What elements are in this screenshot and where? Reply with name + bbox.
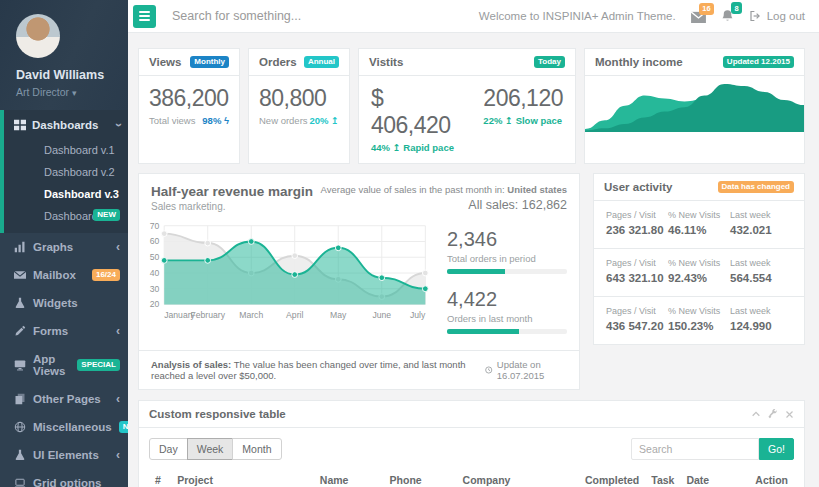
orders-change: 20% ↥: [309, 115, 339, 126]
laptop-icon: [14, 477, 26, 487]
new-badge: NEW: [119, 421, 128, 433]
orders-month-label: Orders in last month: [447, 313, 567, 324]
visits-stat-1: $ 406,420 44% ↥ Rapid pace: [371, 85, 457, 153]
sidebar-item-dashboard-v3[interactable]: Dashboard v.3: [4, 183, 128, 205]
card-title: Orders: [259, 56, 297, 68]
desktop-icon: [14, 359, 26, 371]
sidebar-group-dashboards: Dashboards ‹ Dashboard v.1 Dashboard v.2…: [0, 110, 128, 233]
panel-subtitle: Sales marketing.: [151, 201, 313, 212]
sidebar-item-mailbox[interactable]: Mailbox16/24: [0, 261, 128, 289]
level-up-icon: ↥: [331, 115, 339, 126]
settings-button[interactable]: [768, 409, 778, 419]
globe-icon: [14, 421, 26, 433]
chevron-up-icon: [751, 409, 761, 419]
avatar[interactable]: [16, 14, 60, 58]
orders-period-value: 2,346: [447, 228, 567, 251]
progress-bar: [447, 329, 567, 334]
sidebar-item-dashboards[interactable]: Dashboards ‹: [4, 110, 128, 139]
page-content: ViewsMonthly 386,200 Total views98% ϟ Or…: [128, 33, 819, 487]
sidebar-item-widgets[interactable]: Widgets: [0, 289, 128, 317]
activity-row: Pages / Visit236 321.80 % New Visits46.1…: [594, 201, 804, 249]
panel-title: Custom responsive table: [149, 408, 286, 420]
card-title: Monthly income: [595, 56, 683, 68]
sidebar-item-other-pages[interactable]: Other Pages‹: [0, 385, 128, 413]
svg-text:20: 20: [150, 299, 160, 309]
col-completed: Completed: [579, 469, 645, 487]
orders-label: New orders: [259, 115, 308, 126]
card-title: Views: [149, 56, 181, 68]
sidebar-toggle-button[interactable]: [133, 5, 156, 28]
visits-stat-2: 206,120 22% ↥ Slow pace: [483, 85, 563, 153]
mailbox-count-badge: 16/24: [92, 269, 120, 281]
range-filter-group: Day Week Month: [149, 438, 282, 460]
revenue-chart-area: 706050403020JanuaryFebruaryMarchAprilMay…: [145, 220, 433, 348]
views-card: ViewsMonthly 386,200 Total views98% ϟ: [138, 48, 240, 164]
col-action: Action: [749, 469, 794, 487]
messages-button[interactable]: 16: [691, 10, 706, 23]
bolt-icon: ϟ: [224, 115, 229, 126]
notifications-button[interactable]: 8: [721, 9, 734, 23]
sidebar-item-miscellaneous[interactable]: MiscellaneousNEW: [0, 413, 128, 441]
go-button[interactable]: Go!: [759, 438, 794, 460]
sidebar-item-graphs[interactable]: Graphs‹: [0, 233, 128, 261]
activity-row: Pages / Visit436 547.20 % New Visits150.…: [594, 297, 804, 344]
sidebar-item-dashboard-v1[interactable]: Dashboard v.1: [4, 139, 128, 161]
th-large-icon: [14, 119, 26, 131]
col-date: Date: [680, 469, 749, 487]
sidebar-item-dashboard-v2[interactable]: Dashboard v.2: [4, 161, 128, 183]
custom-table-panel: Custom responsive table Day Week Month G…: [138, 400, 805, 487]
chevron-down-icon: ‹: [112, 123, 124, 127]
monthly-income-chart: [585, 76, 804, 132]
stats-row: ViewsMonthly 386,200 Total views98% ϟ Or…: [138, 48, 805, 164]
revenue-stats: 2,346 Total orders in period 4,422 Order…: [433, 220, 567, 348]
svg-text:30: 30: [150, 284, 160, 294]
new-badge: NEW: [93, 209, 120, 221]
sidebar-item-app-views[interactable]: App ViewsSPECIAL: [0, 345, 128, 385]
filter-month-button[interactable]: Month: [232, 438, 281, 460]
close-icon: [785, 410, 794, 419]
logout-button[interactable]: Log out: [749, 10, 805, 22]
sidebar-item-grid-options[interactable]: Grid options: [0, 469, 128, 487]
sidebar-item-dashboard-v4[interactable]: Dashboard v.4NEW: [4, 205, 128, 227]
svg-text:April: April: [286, 310, 303, 320]
files-icon: [14, 393, 26, 405]
user-role-dropdown[interactable]: Art Director ▾: [16, 86, 120, 98]
views-value: 386,200: [149, 85, 229, 112]
clock-icon: [485, 365, 492, 375]
avg-sales-text: Average value of sales in the past month…: [321, 184, 567, 195]
topbar: Welcome to INSPINIA+ Admin Theme. 16 8 L…: [128, 0, 819, 33]
user-name: David Williams: [16, 68, 120, 82]
col-name: Name: [314, 469, 384, 487]
filter-day-button[interactable]: Day: [149, 438, 188, 460]
col-project: Project: [171, 469, 314, 487]
pencil-icon: [14, 325, 26, 337]
svg-text:February: February: [190, 310, 225, 320]
revenue-panel: Half-year revenue margin Sales marketing…: [138, 173, 580, 390]
panel-title: Half-year revenue margin: [151, 184, 313, 199]
table-header-row: # Project Name Phone Company Completed T…: [149, 469, 794, 487]
envelope-icon: [14, 269, 26, 281]
sidebar-item-forms[interactable]: Forms‹: [0, 317, 128, 345]
sidebar-item-ui-elements[interactable]: UI Elements‹: [0, 441, 128, 469]
close-button[interactable]: [785, 410, 794, 419]
table-search-input[interactable]: [631, 438, 759, 460]
chevron-left-icon: ‹: [116, 325, 120, 337]
activity-row: Pages / Visit643 321.10 % New Visits92.4…: [594, 249, 804, 297]
user-activity-panel: User activityData has changed Pages / Vi…: [593, 173, 805, 345]
projects-table: # Project Name Phone Company Completed T…: [149, 469, 794, 487]
col-task: Task: [645, 469, 680, 487]
main-area: Welcome to INSPINIA+ Admin Theme. 16 8 L…: [128, 0, 819, 487]
messages-count-badge: 16: [699, 3, 713, 15]
sidebar-nav: Dashboards ‹ Dashboard v.1 Dashboard v.2…: [0, 110, 128, 487]
filter-week-button[interactable]: Week: [187, 438, 234, 460]
analysis-text: Analysis of sales: The value has been ch…: [151, 359, 485, 381]
topbar-search-input[interactable]: [172, 9, 422, 23]
sidebar: David Williams Art Director ▾ Dashboards…: [0, 0, 128, 487]
special-badge: SPECIAL: [77, 359, 120, 371]
sign-out-icon: [749, 10, 762, 22]
revenue-chart: 706050403020JanuaryFebruaryMarchAprilMay…: [145, 220, 433, 328]
today-badge: Today: [534, 56, 565, 68]
collapse-button[interactable]: [751, 409, 761, 419]
chevron-left-icon: ‹: [116, 449, 120, 461]
monthly-income-card: Monthly incomeUpdated 12.2015: [584, 48, 805, 164]
